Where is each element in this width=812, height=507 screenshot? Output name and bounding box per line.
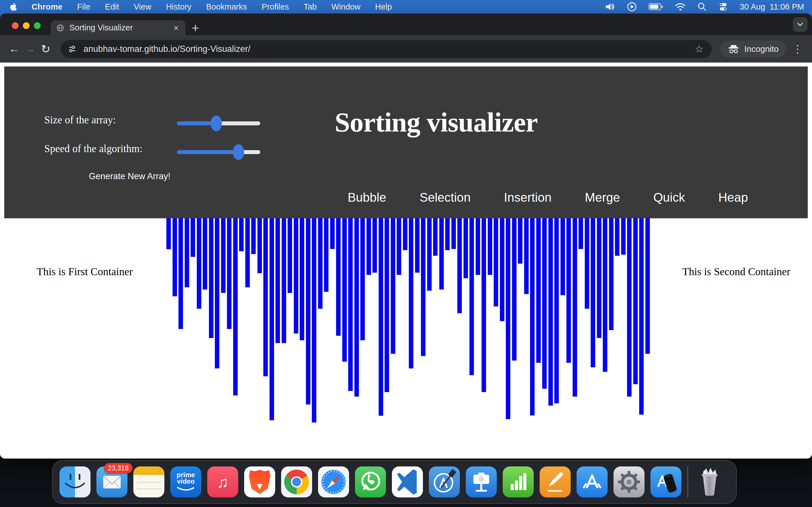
algorithm-speed-slider[interactable] xyxy=(177,144,260,161)
safari-icon[interactable] xyxy=(318,466,349,497)
array-bar xyxy=(227,218,232,329)
array-bar xyxy=(639,218,644,414)
menubar-item-history[interactable]: History xyxy=(166,2,192,11)
menubar-item-file[interactable]: File xyxy=(77,2,91,11)
nav-merge[interactable]: Merge xyxy=(585,190,620,205)
numbers-icon[interactable] xyxy=(503,466,534,497)
menubar-item-view[interactable]: View xyxy=(134,2,151,11)
new-tab-button[interactable]: + xyxy=(188,21,202,35)
nav-heap[interactable]: Heap xyxy=(718,190,748,205)
array-bar xyxy=(288,218,292,293)
battery-icon[interactable] xyxy=(649,3,663,11)
close-tab-icon[interactable]: × xyxy=(172,23,180,33)
bookmark-star-icon[interactable]: ☆ xyxy=(693,43,705,55)
vscode-icon[interactable] xyxy=(392,466,423,497)
slider-fill xyxy=(177,150,239,154)
array-bar xyxy=(172,218,177,296)
array-bar xyxy=(233,218,238,395)
array-bar xyxy=(494,218,498,306)
play-circle-icon[interactable] xyxy=(627,2,637,11)
menubar-item-window[interactable]: Window xyxy=(331,2,360,11)
array-bar xyxy=(354,218,359,397)
search-icon[interactable] xyxy=(698,2,707,11)
close-window-button[interactable] xyxy=(12,22,18,29)
pages-icon[interactable] xyxy=(540,466,571,497)
array-bar xyxy=(445,218,450,250)
app-header: Size of the array: Speed of the algorith… xyxy=(4,66,808,218)
array-bar xyxy=(506,218,510,419)
control-center-icon[interactable] xyxy=(718,2,728,11)
notes-icon[interactable] xyxy=(133,466,164,497)
algorithm-nav: Bubble Selection Insertion Merge Quick H… xyxy=(348,190,748,205)
array-bar xyxy=(215,218,219,369)
address-bar[interactable]: anubhav-tomar.github.io/Sorting-Visualiz… xyxy=(61,40,712,58)
apple-music-icon[interactable]: ♫ xyxy=(207,466,238,497)
menubar-item-edit[interactable]: Edit xyxy=(105,2,119,11)
array-bar xyxy=(245,218,250,287)
notes-header xyxy=(133,466,164,475)
array-bar xyxy=(415,218,419,273)
wifi-icon[interactable] xyxy=(675,3,686,11)
nav-selection[interactable]: Selection xyxy=(419,190,470,205)
brave-icon[interactable] xyxy=(244,466,275,497)
chrome-icon[interactable] xyxy=(281,466,312,497)
tab-search-chevron-button[interactable] xyxy=(793,17,808,32)
nav-insertion[interactable]: Insertion xyxy=(504,190,552,205)
array-bar xyxy=(512,218,516,360)
tab-sorting-visualizer[interactable]: Sorting Visualizer × xyxy=(51,20,186,35)
page-content: Size of the array: Speed of the algorith… xyxy=(0,62,812,459)
slider-thumb[interactable] xyxy=(211,115,222,131)
app-store-icon[interactable] xyxy=(576,466,608,497)
array-bar xyxy=(385,218,389,392)
back-button[interactable]: ← xyxy=(6,41,22,57)
apple-menu-icon[interactable] xyxy=(10,3,17,11)
finder-icon[interactable] xyxy=(59,466,91,497)
array-bar xyxy=(615,218,619,256)
array-bar xyxy=(179,218,183,329)
array-bar xyxy=(609,218,613,330)
array-bar xyxy=(269,218,274,420)
forward-button[interactable]: → xyxy=(22,41,38,57)
brave-shield xyxy=(249,470,270,494)
array-bar xyxy=(542,218,547,389)
menubar-item-chrome[interactable]: Chrome xyxy=(32,2,63,11)
menubar-item-help[interactable]: Help xyxy=(375,2,392,11)
volume-icon[interactable] xyxy=(605,2,615,11)
array-bar xyxy=(451,218,456,249)
apple-configurator-icon[interactable] xyxy=(651,466,681,497)
array-bar xyxy=(294,218,298,334)
array-bar xyxy=(633,218,638,384)
nav-bubble[interactable]: Bubble xyxy=(348,190,386,205)
array-bar xyxy=(548,218,553,406)
nav-quick[interactable]: Quick xyxy=(653,190,685,205)
minimize-window-button[interactable] xyxy=(23,22,30,29)
trash-icon[interactable] xyxy=(694,466,725,497)
mail-icon[interactable]: 23,318 xyxy=(96,466,128,497)
array-bar xyxy=(560,218,565,295)
site-settings-icon[interactable] xyxy=(67,44,77,54)
array-bar xyxy=(403,218,407,250)
array-bar xyxy=(566,218,571,363)
menubar-item-profiles[interactable]: Profiles xyxy=(262,2,289,11)
array-bar xyxy=(439,218,444,290)
chrome-menu-button[interactable]: ⋮ xyxy=(792,43,803,55)
array-size-slider[interactable] xyxy=(177,115,260,132)
array-bar xyxy=(433,218,438,256)
menubar-item-bookmarks[interactable]: Bookmarks xyxy=(206,2,247,11)
array-bar xyxy=(603,218,607,372)
url-text[interactable]: anubhav-tomar.github.io/Sorting-Visualiz… xyxy=(84,44,693,54)
array-bar xyxy=(488,218,492,275)
keynote-icon[interactable] xyxy=(466,466,497,497)
browser-toolbar: ← → ↻ anubhav-tomar.github.io/Sorting-Vi… xyxy=(0,35,812,62)
reload-button[interactable]: ↻ xyxy=(38,41,54,57)
xcode-icon[interactable] xyxy=(429,466,460,497)
menubar-item-tab[interactable]: Tab xyxy=(304,2,317,11)
whatsapp-icon[interactable] xyxy=(355,466,386,497)
prime-video-icon[interactable]: prime video xyxy=(170,466,201,497)
menubar-clock[interactable]: 30 Aug 11:06 PM xyxy=(740,2,804,11)
system-settings-icon[interactable] xyxy=(613,466,645,497)
zoom-window-button[interactable] xyxy=(34,22,41,29)
generate-new-array-button[interactable]: Generate New Array! xyxy=(89,171,170,181)
slider-thumb[interactable] xyxy=(233,144,244,160)
array-bar xyxy=(469,218,474,375)
